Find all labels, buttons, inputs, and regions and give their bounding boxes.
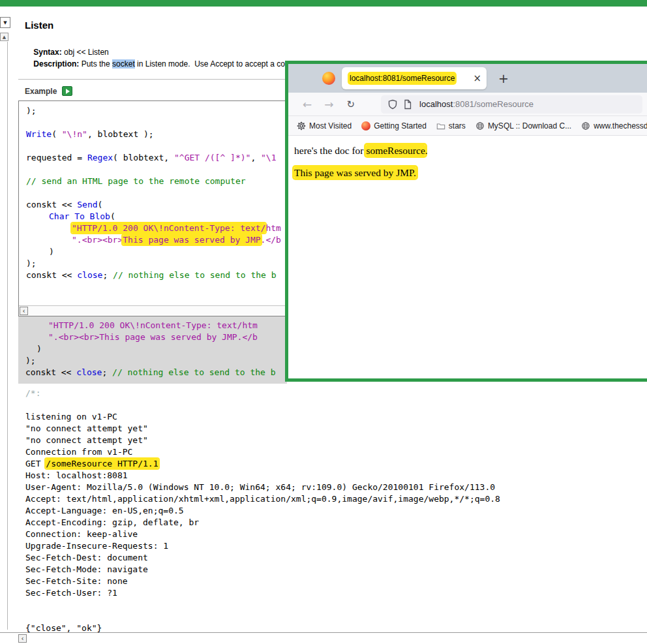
example-code-text: "^GET /([^ ]*)" [174,153,250,162]
example-code-text: ); [26,106,37,115]
log-line: GET /someResource HTTP/1.1 [25,458,642,470]
log-line: Sec-Fetch-Dest: document [25,552,642,564]
script-window-selected-code[interactable]: "HTTP/1.0 200 OK\!nContent-Type: text/ht… [18,316,287,384]
log-line [25,611,642,622]
tab-close-icon[interactable]: × [469,72,481,84]
browser-navbar: ← → ↻ localhost:8081/someResource [288,93,647,116]
bookmark-label: Most Visited [309,121,352,130]
folder-icon [436,121,445,130]
log-line: "no connect attempt yet" [25,423,642,435]
left-scrollbar-track[interactable] [7,42,8,630]
log-output[interactable]: /*: listening on v1-PC"no connect attemp… [25,388,642,634]
example-code-text: "HTTP/1.0 200 OK\!nContent-Type: text/ [72,223,265,233]
back-button[interactable]: ← [303,98,312,111]
page-line-2: This page was served by JMP. [294,167,416,179]
bookmark-item[interactable]: www.thechessdru... [581,121,647,130]
page-icon[interactable] [402,99,413,110]
example-code-text: Write [26,129,52,139]
bookmark-item[interactable]: Most Visited [297,121,352,130]
log-text: Accept-Language: en-US,en;q=0.5 [25,506,184,515]
left-scroll-up-button[interactable]: ▲ [0,33,8,41]
play-triangle-icon [66,89,70,94]
log-text: Sec-Fetch-Dest: document [25,553,148,562]
bookmark-item[interactable]: MySQL :: Download C... [475,121,571,130]
log-text: "no connect attempt yet" [25,423,148,433]
script-code-text: // nothing else to send to the b [112,367,275,377]
script-code-line: ".<br><br>This page was served by JMP.</… [25,331,287,343]
example-code-text: close [77,270,102,280]
example-code-text: ; [102,270,113,280]
example-code-text: "\!n" [62,129,87,139]
scroll-left-button[interactable]: ‹ [20,307,28,315]
example-code-text: conskt << [26,200,77,209]
up-arrow-icon: ▲ [3,35,6,40]
url-bar[interactable]: localhost:8081/someResource [381,95,642,114]
page-highlighted-text: someResource [366,145,425,156]
description-label: Description: [33,59,79,69]
log-text: GET [25,459,46,468]
scroll-left-button[interactable]: ‹ [18,634,27,643]
log-line: listening on v1-PC [25,411,642,423]
url-text: localhost:8081/someResource [419,99,534,109]
script-code-text: "HTTP/1.0 200 OK\!nContent-Type: text/ht… [48,320,258,330]
script-code-line: ) [25,343,287,355]
example-label: Example [25,87,57,96]
bookmark-label: www.thechessdru... [594,121,647,130]
page-title: Listen [25,20,53,31]
log-text: "no connect attempt yet" [25,435,148,445]
example-code-text: "\1 [261,153,276,162]
bookmarks-bar: Most VisitedGetting StartedstarsMySQL ::… [288,116,647,136]
browser-page-content: here's the doc for someResource. This pa… [288,136,647,378]
gear-icon [297,121,306,130]
reload-button[interactable]: ↻ [347,99,355,110]
script-code-text: close [76,367,102,377]
log-text: Upgrade-Insecure-Requests: 1 [25,541,168,551]
log-line: Sec-Fetch-Mode: navigate [25,564,642,575]
browser-tab[interactable]: localhost:8081/someResource × [342,67,487,89]
example-code-text: ( blobtext, [113,153,174,162]
forward-button[interactable]: → [324,98,333,111]
log-line: Connection: keep-alive [25,529,642,540]
script-code-text: ".<br><br>This page was served by JMP.</… [48,332,258,342]
example-code-text: ".<br><br> [72,235,123,245]
example-code-text: ( [98,200,103,209]
example-code-text: , [250,153,261,162]
bottom-horizontal-scrollbar[interactable]: ‹ [0,632,647,644]
example-code-text: // send an HTML page to the remote compu… [26,176,246,186]
log-text: Sec-Fetch-Mode: navigate [25,564,148,574]
log-text: listening on v1-PC [25,412,117,422]
log-text: Accept-Encoding: gzip, deflate, br [25,517,199,527]
tab-title: localhost:8081/someResource [350,74,455,83]
script-code-text: ; [102,367,112,377]
page-line-1: here's the doc for someResource. [294,145,647,157]
left-pane-dropdown[interactable]: ▼ [0,17,10,28]
page-text: . [425,145,428,156]
bookmark-item[interactable]: Getting Started [361,121,427,130]
log-line [25,599,642,611]
log-text: Connection: keep-alive [25,529,138,539]
firefox-logo-icon[interactable] [322,72,335,85]
log-text: User-Agent: Mozilla/5.0 (Windows NT 10.0… [25,482,495,492]
bookmark-item[interactable]: stars [436,121,466,130]
bookmark-label: stars [449,121,466,130]
log-text: Host: localhost:8081 [25,470,128,480]
log-line: Host: localhost:8081 [25,470,642,482]
browser-tab-strip: localhost:8081/someResource × + [288,64,647,93]
window-top-bar [0,0,647,7]
example-code-text: , blobtext ); [87,129,154,139]
example-code-text: ) [49,247,54,256]
firefox-window: localhost:8081/someResource × + ← → ↻ lo… [285,61,647,382]
log-text: /*: [25,388,40,398]
run-script-icon[interactable] [62,86,72,96]
example-code-text: ); [26,258,37,268]
script-code-line: conskt << close; // nothing else to send… [25,367,287,378]
globe-icon [581,121,590,130]
example-code-text: .</b [261,235,281,245]
shield-icon[interactable] [387,99,398,110]
new-tab-button[interactable]: + [498,71,509,85]
script-code-text: conskt << [25,367,76,377]
example-code-text: This page was served by JMP [123,235,260,245]
example-code-text: Char To Blob [49,211,110,221]
example-code-text: conskt << [26,270,77,280]
log-line: Connection from v1-PC [25,446,642,458]
